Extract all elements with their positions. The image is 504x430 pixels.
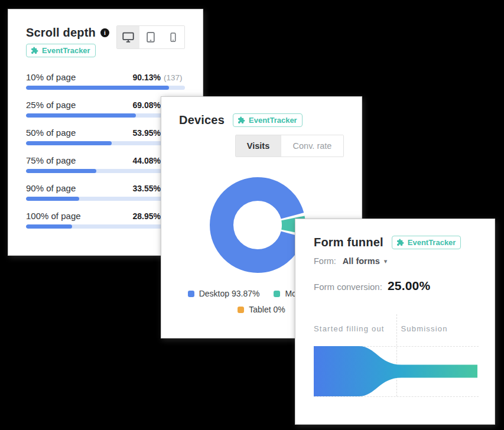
devices-donut-chart bbox=[210, 177, 305, 273]
scroll-row-label: 75% of page bbox=[26, 155, 76, 165]
scroll-bar-fill bbox=[26, 197, 79, 201]
badge-label: EventTracker bbox=[42, 46, 90, 55]
scroll-bar-track bbox=[26, 86, 185, 90]
plot-bottom-gridline bbox=[314, 396, 479, 397]
form-label: Form: bbox=[314, 256, 336, 266]
scroll-row-value: 33.55% bbox=[133, 184, 161, 193]
desktop-toggle-button[interactable] bbox=[117, 26, 139, 48]
form-funnel-title: Form funnel bbox=[314, 235, 383, 249]
scroll-row-value: 28.95% bbox=[133, 211, 161, 221]
scroll-bar-fill bbox=[26, 224, 72, 229]
devices-tabs: Visits Conv. rate bbox=[235, 135, 344, 157]
desktop-icon bbox=[122, 31, 135, 44]
mobile-icon bbox=[168, 32, 178, 43]
legend-item-tablet: Tablet 0% bbox=[238, 305, 285, 314]
scroll-row-value: 44.08% bbox=[133, 156, 161, 165]
legend-item-desktop: Desktop 93.87% bbox=[188, 289, 260, 298]
scroll-row-label: 100% of page bbox=[26, 211, 81, 221]
badge-label: EventTracker bbox=[249, 116, 297, 125]
scroll-bar-fill bbox=[26, 169, 96, 173]
mobile-toggle-button[interactable] bbox=[162, 26, 184, 48]
scroll-bar-fill bbox=[26, 113, 136, 118]
puzzle-icon bbox=[31, 47, 38, 54]
tablet-toggle-button[interactable] bbox=[139, 26, 162, 48]
event-tracker-badge[interactable]: EventTracker bbox=[26, 44, 96, 57]
mobile-swatch bbox=[274, 291, 280, 297]
form-funnel-card: Form funnel EventTracker Form: All forms… bbox=[295, 219, 495, 425]
funnel-plot bbox=[314, 346, 479, 396]
tablet-icon bbox=[145, 31, 157, 43]
puzzle-icon bbox=[238, 116, 245, 124]
scroll-row-label: 90% of page bbox=[26, 183, 76, 193]
stage-label-submission: Submission bbox=[392, 324, 479, 334]
scroll-bar-fill bbox=[26, 86, 169, 90]
scroll-depth-title: Scroll depth bbox=[26, 25, 96, 40]
scroll-bar-fill bbox=[26, 141, 112, 145]
event-tracker-badge[interactable]: EventTracker bbox=[233, 113, 303, 127]
tab-conv-rate[interactable]: Conv. rate bbox=[281, 135, 343, 157]
scroll-row-value: 53.95% bbox=[133, 128, 161, 138]
scroll-row-label: 25% of page bbox=[26, 100, 76, 110]
devices-title: Devices bbox=[179, 113, 225, 127]
tab-visits[interactable]: Visits bbox=[236, 135, 281, 157]
badge-label: EventTracker bbox=[408, 238, 456, 247]
desktop-swatch bbox=[188, 291, 194, 297]
scroll-row-value: 90.13% bbox=[133, 73, 161, 82]
tablet-swatch bbox=[238, 307, 244, 313]
device-toggle bbox=[116, 25, 185, 49]
stage-label-started: Started filling out bbox=[314, 324, 392, 334]
scroll-row-value: 69.08% bbox=[133, 100, 161, 110]
puzzle-icon bbox=[396, 239, 404, 246]
info-icon[interactable]: i bbox=[100, 28, 109, 37]
chevron-down-icon: ▾ bbox=[384, 258, 388, 265]
scroll-row-label: 50% of page bbox=[26, 128, 76, 138]
scroll-row-count: (137) bbox=[164, 73, 185, 82]
scroll-row: 10% of page 90.13%(137) bbox=[26, 72, 185, 90]
conversion-value: 25.00% bbox=[388, 279, 430, 293]
scroll-row-label: 10% of page bbox=[26, 72, 76, 82]
conversion-label: Form conversion: bbox=[314, 282, 382, 292]
funnel-chart-area: Started filling out Submission bbox=[314, 324, 479, 396]
form-select[interactable]: All forms ▾ bbox=[343, 256, 387, 266]
funnel-shape bbox=[314, 346, 479, 396]
event-tracker-badge[interactable]: EventTracker bbox=[392, 236, 461, 249]
scroll-card-header: Scroll depth i EventTracker bbox=[26, 25, 185, 57]
form-select-value: All forms bbox=[343, 256, 380, 266]
